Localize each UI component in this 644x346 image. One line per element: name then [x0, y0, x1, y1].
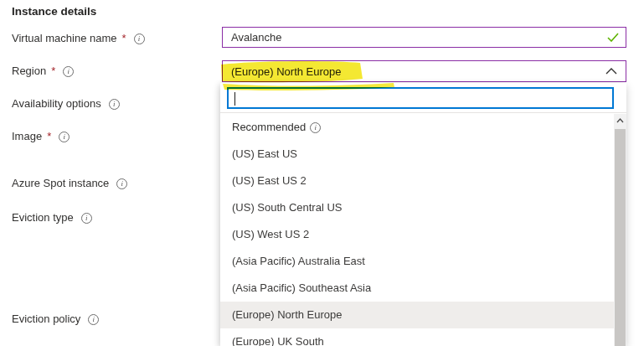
label-text: Virtual machine name [12, 31, 117, 46]
label-text: Availability options [12, 96, 101, 111]
option-north-europe[interactable]: (Europe) North Europe [220, 302, 614, 328]
scrollbar-up-button[interactable] [614, 114, 626, 127]
label-text: Image [12, 129, 42, 144]
label-availability-options: Availability options i [12, 96, 120, 111]
vm-name-input[interactable] [223, 28, 607, 47]
label-eviction-policy: Eviction policy i [12, 312, 99, 327]
dropdown-search-field [227, 87, 614, 109]
chevron-up-icon[interactable] [605, 68, 617, 75]
valid-checkmark-icon [607, 33, 619, 42]
option-east-us[interactable]: (US) East US [220, 141, 614, 168]
label-eviction-type: Eviction type i [12, 210, 92, 225]
label-text: Eviction policy [12, 312, 80, 327]
region-combobox[interactable]: (Europe) North Europe [222, 60, 626, 82]
label-region: Region* i [12, 64, 74, 79]
region-dropdown-panel: Recommended i (US) East US (US) East US … [220, 83, 626, 346]
info-icon[interactable]: i [109, 99, 120, 110]
region-selected-value: (Europe) North Europe [223, 65, 342, 78]
option-southeast-asia[interactable]: (Asia Pacific) Southeast Asia [220, 275, 614, 302]
region-options-list: Recommended i (US) East US (US) East US … [220, 114, 614, 346]
required-asterisk: * [47, 129, 51, 144]
required-asterisk: * [122, 31, 126, 46]
option-uk-south[interactable]: (Europe) UK South [220, 328, 614, 346]
label-virtual-machine-name: Virtual machine name* i [12, 31, 145, 46]
info-icon[interactable]: i [63, 66, 74, 77]
required-asterisk: * [51, 64, 55, 79]
label-text: Region [12, 64, 46, 79]
info-icon[interactable]: i [310, 122, 321, 133]
option-east-us-2[interactable]: (US) East US 2 [220, 168, 614, 194]
label-text: Eviction type [12, 210, 74, 225]
info-icon[interactable]: i [81, 213, 92, 224]
option-group-header: Recommended i [220, 114, 614, 141]
option-west-us-2[interactable]: (US) West US 2 [220, 221, 614, 248]
text-caret [234, 92, 235, 106]
scrollbar-thumb[interactable] [615, 129, 626, 346]
option-south-central-us[interactable]: (US) South Central US [220, 194, 614, 221]
dropdown-scrollbar[interactable] [614, 114, 626, 346]
label-azure-spot-instance: Azure Spot instance i [12, 176, 127, 191]
option-australia-east[interactable]: (Asia Pacific) Australia East [220, 248, 614, 275]
info-icon[interactable]: i [116, 178, 127, 189]
info-icon[interactable]: i [134, 34, 145, 44]
vm-name-field [222, 27, 626, 48]
label-text: Azure Spot instance [12, 176, 109, 191]
section-title: Instance details [12, 5, 96, 18]
info-icon[interactable]: i [59, 132, 70, 142]
info-icon[interactable]: i [88, 314, 99, 325]
scroll-up-arrow-icon [616, 118, 624, 123]
group-header-text: Recommended [232, 114, 306, 141]
dropdown-search-input[interactable] [229, 89, 612, 107]
divider [220, 112, 626, 113]
label-image: Image* i [12, 129, 70, 144]
